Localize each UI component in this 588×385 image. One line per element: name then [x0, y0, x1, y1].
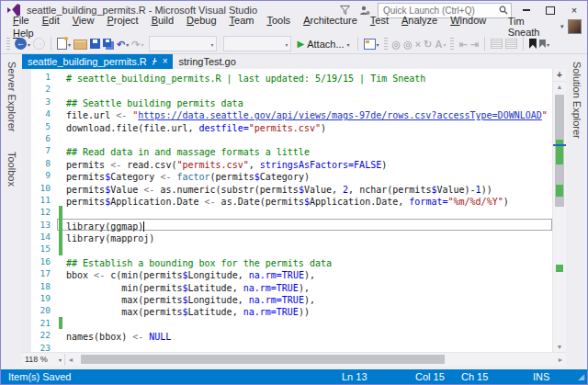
menu-item-view[interactable]: View: [66, 14, 101, 27]
code-line[interactable]: 2: [22, 83, 552, 95]
breakpoints-window-button[interactable]: [364, 36, 379, 52]
code-line[interactable]: 20 max(permits$Latitude, na.rm=TRUE)): [22, 304, 552, 316]
status-line-number: Ln 13: [342, 371, 415, 382]
solution-configurations-combobox[interactable]: [223, 36, 291, 51]
line-number: 11: [22, 194, 57, 206]
save-button[interactable]: [90, 39, 100, 49]
change-bar: [59, 231, 62, 243]
sidebar-tab-server-explorer[interactable]: Server Explorer: [5, 56, 19, 137]
menu-item-analyze[interactable]: Analyze: [395, 14, 444, 27]
chevron-down-icon: [443, 36, 446, 52]
code-line[interactable]: 22names(bbox) <- NULL: [22, 329, 552, 341]
toggle-bookmark-button[interactable]: [529, 39, 537, 49]
sidebar-tab-solution-explorer[interactable]: Solution Explorer: [570, 56, 584, 144]
hscrollbar-track[interactable]: [76, 353, 555, 366]
vertical-scrollbar[interactable]: + ▲ ▼: [552, 69, 566, 352]
code-line[interactable]: 16## Establish a bounding box for the pe…: [22, 255, 552, 267]
code-line[interactable]: 17bbox <- c(min(permits$Longitude, na.rm…: [22, 267, 552, 279]
menu-item-tools[interactable]: Tools: [260, 14, 297, 27]
code-line[interactable]: 21: [22, 317, 552, 329]
menu-item-architecture[interactable]: Architecture: [297, 14, 364, 27]
line-number: 7: [22, 144, 57, 156]
code-line-content: library(ggmap): [57, 219, 552, 231]
change-bar: [59, 317, 62, 329]
menu-item-edit[interactable]: Edit: [36, 14, 66, 27]
scroll-right-icon[interactable]: ►: [555, 357, 566, 363]
resize-grip-icon[interactable]: ◢: [570, 372, 587, 381]
code-text: ## Read data in and massage formats a li…: [66, 147, 310, 157]
code-line[interactable]: 7## Read data in and massage formats a l…: [22, 144, 552, 156]
code-line[interactable]: 18 min(permits$Latitude, na.rm=TRUE),: [22, 280, 552, 292]
main-area: Server ExplorerToolbox seattle_building_…: [1, 54, 587, 366]
code-line[interactable]: 11permits$Application.Date <- as.Date(pe…: [22, 194, 552, 206]
code-line[interactable]: 19 max(permits$Longitude, na.rm=TRUE),: [22, 292, 552, 304]
code-line[interactable]: 13library(ggmap): [22, 219, 552, 231]
code-editor[interactable]: 1# seattle_building_permits.R | last upd…: [22, 69, 552, 352]
code-line-content: min(permits$Latitude, na.rm=TRUE),: [57, 280, 552, 292]
line-number: 1: [22, 71, 57, 83]
hscrollbar-thumb[interactable]: [81, 355, 445, 364]
code-line[interactable]: 15: [22, 243, 552, 255]
open-file-button[interactable]: [74, 38, 87, 50]
scrollbar-track[interactable]: [553, 92, 566, 342]
undo-button[interactable]: ↶: [117, 36, 129, 52]
avatar[interactable]: [568, 19, 582, 34]
document-well: seattle_building_permits.R×stringTest.go…: [22, 54, 566, 366]
sidebar-tab-toolbox[interactable]: Toolbox: [5, 146, 19, 192]
code-line[interactable]: 5download.file(file.url, destfile="permi…: [22, 120, 552, 132]
menu-item-test[interactable]: Test: [364, 14, 395, 27]
toolbar-grip[interactable]: [6, 38, 10, 51]
code-line[interactable]: 8permits <- read.csv("permits.csv", stri…: [22, 157, 552, 169]
pin-icon[interactable]: [152, 58, 158, 65]
scroll-down-icon[interactable]: ▼: [553, 342, 566, 352]
tab-seattle_building_permits.R[interactable]: seattle_building_permits.R×: [22, 54, 173, 69]
code-text: min(permits$Latitude, na.rm=TRUE),: [66, 283, 310, 293]
open-file-icon: [74, 40, 87, 50]
change-mark: [556, 265, 563, 272]
code-line[interactable]: 1# seattle_building_permits.R | last upd…: [22, 71, 552, 83]
code-line-content: [57, 83, 552, 95]
menu-item-build[interactable]: Build: [145, 14, 180, 27]
play-icon: ▶: [298, 38, 305, 51]
menu-item-debug[interactable]: Debug: [180, 14, 222, 27]
scroll-left-icon[interactable]: ◄: [65, 357, 76, 363]
toolbar-grip[interactable]: [384, 38, 388, 51]
code-text: ## Establish a bounding box for the perm…: [66, 258, 332, 268]
chevron-down-icon: [210, 36, 213, 52]
line-number: 5: [22, 120, 57, 132]
code-line[interactable]: 14library(mapproj): [22, 231, 552, 243]
chevron-down-icon: [126, 36, 129, 52]
change-bar: [59, 219, 62, 231]
code-line[interactable]: 4file.url <- "https://data.seattle.gov/a…: [22, 108, 552, 119]
indent-decrease-button: ⇤: [458, 38, 467, 51]
close-icon[interactable]: ×: [163, 57, 168, 66]
code-line[interactable]: 3## Seattle building permits data: [22, 96, 552, 108]
scroll-up-icon[interactable]: ▲: [553, 82, 566, 92]
next-bookmark-button[interactable]: [539, 36, 549, 52]
uncomment-icon: [505, 39, 517, 49]
new-file-button[interactable]: [57, 36, 71, 52]
code-line[interactable]: 23: [22, 342, 552, 352]
new-file-icon: [57, 38, 67, 50]
code-line[interactable]: 9permits$Category <- factor(permits$Cate…: [22, 169, 552, 181]
tab-stringTest.go[interactable]: stringTest.go: [173, 54, 241, 69]
toolbar-grip[interactable]: [450, 38, 454, 51]
save-all-button[interactable]: [103, 39, 114, 50]
change-mark: [556, 185, 563, 198]
code-line[interactable]: 10permits$Value <- as.numeric(substr(per…: [22, 182, 552, 194]
status-bar: Item(s) Saved Ln 13 Col 15 Ch 15 INS ◢: [1, 369, 587, 384]
undo-icon: ↶: [117, 38, 125, 51]
menu-item-team[interactable]: Team: [223, 14, 261, 27]
debug-target-combobox[interactable]: [149, 36, 217, 51]
status-message: Item(s) Saved: [1, 371, 342, 382]
code-line[interactable]: 12: [22, 206, 552, 218]
code-line[interactable]: 6: [22, 132, 552, 144]
attach-debugger-button[interactable]: ▶Attach...: [296, 36, 352, 52]
menu-item-project[interactable]: Project: [100, 14, 144, 27]
navigate-back-button[interactable]: ←: [15, 36, 30, 52]
menu-item-window[interactable]: Window: [444, 14, 492, 27]
split-handle-icon[interactable]: +: [553, 69, 566, 82]
menu-item-file[interactable]: File: [6, 14, 36, 27]
maximize-icon: [546, 6, 555, 15]
zoom-level-dropdown[interactable]: 118 %: [22, 354, 65, 366]
